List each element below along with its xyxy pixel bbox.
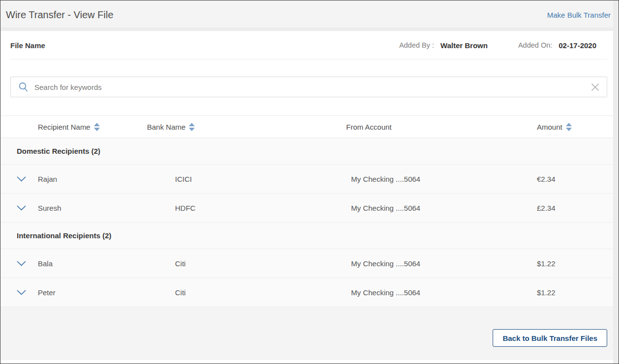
file-info-meta: Added By : Walter Brown Added On: 02-17-… [399,41,596,50]
file-info-row: File Name Added By : Walter Brown Added … [0,31,619,59]
amount-cell: £2.34 [537,204,607,212]
column-label: Amount [537,123,562,131]
sort-icon[interactable] [566,123,572,131]
search-bar [10,77,607,97]
from-account-cell: My Checking ....5064 [346,204,537,212]
chevron-down-icon[interactable] [10,261,38,266]
column-header-recipient-name[interactable]: Recipient Name [38,123,147,131]
table-header-row: Recipient Name Bank Name From Account Am… [0,115,619,138]
wire-transfer-view-file-page: Wire Transfer - View File Make Bulk Tran… [0,0,619,364]
scrollbar-track[interactable] [613,0,619,364]
from-account-cell: My Checking ....5064 [346,175,537,183]
from-account-cell: My Checking ....5064 [346,259,537,268]
recipient-name-cell: Peter [38,288,147,297]
group-label: Domestic Recipients (2) [17,147,100,155]
amount-cell: $1.22 [537,259,607,268]
added-by: Added By : Walter Brown [399,41,488,50]
table-row[interactable]: Suresh HDFC My Checking ....5064 £2.34 [0,194,619,223]
search-icon [19,82,28,92]
added-by-value: Walter Brown [441,41,488,50]
column-label: Bank Name [147,123,185,131]
amount-cell: $1.22 [537,288,607,297]
column-label: From Account [346,123,392,131]
column-header-amount[interactable]: Amount [537,123,607,131]
file-name-label: File Name [10,41,45,50]
bank-name-cell: Citi [147,288,346,297]
sort-icon[interactable] [189,123,195,131]
table-row[interactable]: Rajan ICICI My Checking ....5064 €2.34 [0,165,619,194]
column-header-from-account: From Account [346,123,537,131]
search-input[interactable] [34,83,591,91]
chevron-down-icon[interactable] [10,205,38,211]
added-on: Added On: 02-17-2020 [518,41,596,50]
chevron-down-icon[interactable] [10,290,38,295]
table-row[interactable]: Peter Citi My Checking ....5064 $1.22 [0,278,619,307]
added-on-label: Added On: [518,41,552,49]
added-on-value: 02-17-2020 [559,41,596,50]
group-label: International Recipients (2) [17,231,112,240]
table-row[interactable]: Bala Citi My Checking ....5064 $1.22 [0,249,619,278]
page-title: Wire Transfer - View File [6,9,114,21]
group-header-domestic-recipients: Domestic Recipients (2) [0,138,619,165]
title-band: Wire Transfer - View File Make Bulk Tran… [0,0,619,31]
recipient-name-cell: Suresh [38,204,147,212]
from-account-cell: My Checking ....5064 [346,288,537,297]
added-by-label: Added By : [399,41,434,49]
bank-name-cell: ICICI [147,175,346,183]
recipient-name-cell: Bala [38,259,147,268]
bank-name-cell: HDFC [147,204,346,212]
recipient-name-cell: Rajan [38,175,147,183]
footer-bar: Back to Bulk Transfer Files [0,307,619,360]
group-header-international-recipients: International Recipients (2) [0,223,619,249]
chevron-down-icon[interactable] [10,176,38,182]
back-to-bulk-transfer-files-button[interactable]: Back to Bulk Transfer Files [493,329,607,347]
table-body: Domestic Recipients (2) Rajan ICICI My C… [0,138,619,307]
column-label: Recipient Name [38,123,90,131]
bank-name-cell: Citi [147,259,346,268]
column-header-bank-name[interactable]: Bank Name [147,123,346,131]
make-bulk-transfer-link[interactable]: Make Bulk Transfer [547,11,611,19]
sort-icon[interactable] [94,123,100,131]
clear-search-icon[interactable] [591,83,599,91]
amount-cell: €2.34 [537,175,607,183]
